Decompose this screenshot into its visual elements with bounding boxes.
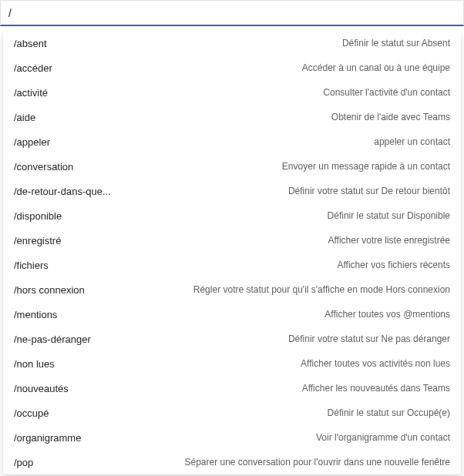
command-item[interactable]: /accéderAccéder à un canal ou à une équi… (3, 55, 461, 80)
command-name: /organigramme (14, 432, 81, 444)
command-item[interactable]: /hors connexionRégler votre statut pour … (3, 277, 461, 302)
command-desc: Voir l'organigramme d'un contact (316, 432, 450, 443)
command-desc: Consulter l'activité d'un contact (323, 87, 450, 98)
command-desc: Afficher les nouveautés dans Teams (302, 383, 450, 394)
command-desc: Afficher toutes vos @mentions (324, 309, 450, 320)
command-name: /de-retour-dans-que... (14, 186, 111, 197)
command-desc: Définir le statut sur Absent (342, 38, 450, 49)
command-desc: Obtenir de l'aide avec Teams (331, 112, 450, 122)
command-search-input[interactable] (8, 7, 456, 19)
command-desc: Afficher toutes vos activités non lues (301, 358, 450, 369)
command-name: /fichiers (14, 260, 49, 271)
command-name: /accéder (14, 62, 52, 74)
command-item[interactable]: /de-retour-dans-que...Définir votre stat… (3, 179, 461, 203)
command-item[interactable]: /occupéDéfinir le statut sur Occupé(e) (3, 401, 461, 425)
command-name: /activité (14, 87, 48, 99)
command-item[interactable]: /organigrammeVoir l'organigramme d'un co… (3, 425, 461, 450)
command-item[interactable]: /disponibleDéfinir le statut sur Disponi… (3, 203, 461, 228)
command-desc: Afficher vos fichiers récents (337, 260, 450, 270)
command-name: /hors connexion (14, 284, 85, 296)
command-item[interactable]: /popSéparer une conversation pour l'ouvr… (3, 450, 461, 474)
command-name: /non lues (14, 358, 55, 370)
command-name: /nouveautés (14, 383, 69, 394)
command-desc: Définir le statut sur Disponible (328, 210, 450, 221)
command-item[interactable]: /aideObtenir de l'aide avec Teams (3, 105, 461, 129)
command-item[interactable]: /absentDéfinir le statut sur Absent (3, 31, 461, 55)
command-name: /absent (14, 38, 47, 49)
command-item[interactable]: /fichiersAfficher vos fichiers récents (3, 253, 461, 277)
command-dropdown: /absentDéfinir le statut sur Absent/accé… (3, 31, 461, 474)
command-item[interactable]: /enregistréAfficher votre liste enregist… (3, 228, 461, 253)
command-desc: Envoyer un message rapide à un contact (282, 161, 450, 172)
command-name: /disponible (14, 210, 62, 222)
command-name: /aide (14, 112, 35, 123)
command-desc: Régler votre statut pour qu'il s'affiche… (193, 284, 450, 295)
command-item[interactable]: /activitéConsulter l'activité d'un conta… (3, 80, 461, 105)
command-item[interactable]: /conversationEnvoyer un message rapide à… (3, 154, 461, 179)
command-desc: Accéder à un canal ou à une équipe (302, 62, 450, 73)
command-name: /ne-pas-déranger (14, 334, 91, 345)
command-desc: Définir votre statut sur De retour bient… (288, 186, 450, 196)
command-desc: Séparer une conversation pour l'ouvrir d… (184, 457, 450, 468)
command-item[interactable]: /mentionsAfficher toutes vos @mentions (3, 302, 461, 327)
command-desc: Définir votre statut sur Ne pas déranger (288, 334, 450, 344)
command-item[interactable]: /nouveautésAfficher les nouveautés dans … (3, 376, 461, 401)
command-name: /conversation (14, 161, 73, 173)
command-desc: Afficher votre liste enregistrée (328, 235, 450, 246)
command-name: /occupé (14, 407, 49, 419)
command-desc: Définir le statut sur Occupé(e) (328, 407, 450, 418)
command-name: /enregistré (14, 235, 61, 246)
command-item[interactable]: /non luesAfficher toutes vos activités n… (3, 351, 461, 376)
command-item[interactable]: /appelerappeler un contact (3, 129, 461, 154)
command-name: /mentions (14, 309, 57, 320)
search-bar[interactable] (0, 0, 464, 26)
command-item[interactable]: /ne-pas-dérangerDéfinir votre statut sur… (3, 327, 461, 351)
command-desc: appeler un contact (374, 136, 450, 147)
command-name: /pop (14, 457, 33, 468)
command-name: /appeler (14, 136, 50, 148)
